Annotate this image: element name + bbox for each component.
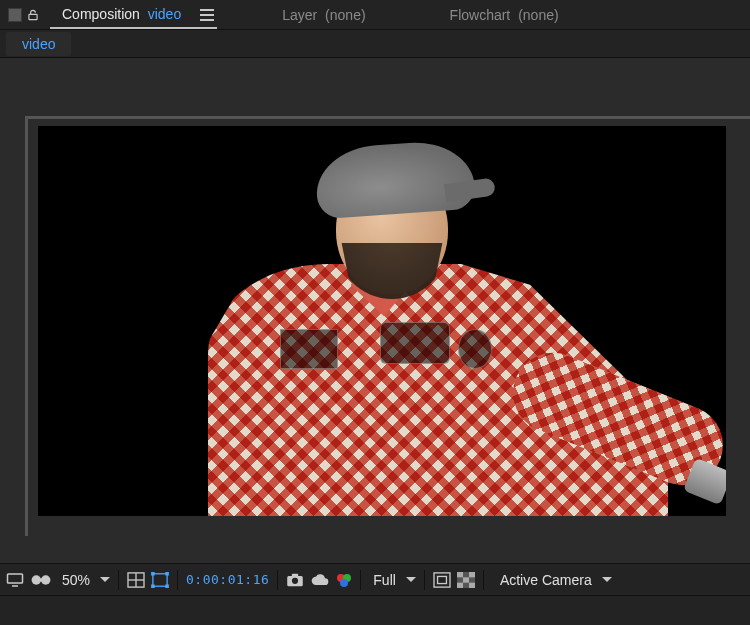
svg-point-22 <box>340 579 348 587</box>
tab-flowchart-suffix: (none) <box>518 7 558 23</box>
svg-rect-4 <box>8 574 23 583</box>
cloud-icon[interactable] <box>310 573 330 587</box>
svg-rect-14 <box>165 572 169 576</box>
comp-bounds-tick <box>695 116 750 119</box>
separator <box>483 570 484 590</box>
svg-rect-16 <box>165 584 169 588</box>
video-preview-content <box>208 134 668 516</box>
region-of-interest-icon[interactable] <box>433 572 451 588</box>
resolution-dropdown[interactable]: Full <box>373 572 416 588</box>
svg-rect-26 <box>457 572 463 577</box>
panel-color-swatch <box>8 8 22 22</box>
svg-rect-24 <box>437 576 446 583</box>
tab-layer[interactable]: Layer (none) <box>270 1 377 29</box>
mask-bounds-icon[interactable] <box>151 572 169 588</box>
comp-subtab[interactable]: video <box>6 32 71 56</box>
svg-rect-15 <box>151 584 155 588</box>
tab-composition-label: Composition <box>62 6 140 22</box>
color-swatches-icon[interactable] <box>336 572 352 588</box>
current-time[interactable]: 0:00:01:16 <box>186 572 269 587</box>
chevron-down-icon <box>602 576 612 584</box>
svg-rect-23 <box>434 572 450 586</box>
camera-dropdown[interactable]: Active Camera <box>496 572 612 588</box>
separator <box>118 570 119 590</box>
tab-flowchart[interactable]: Flowchart (none) <box>438 1 571 29</box>
tab-composition[interactable]: Composition video <box>50 0 193 29</box>
composition-viewer[interactable] <box>0 58 750 563</box>
tab-layer-label: Layer <box>282 7 317 23</box>
svg-point-19 <box>292 577 298 583</box>
zoom-value: 50% <box>62 572 90 588</box>
tab-flowchart-label: Flowchart <box>450 7 511 23</box>
tab-composition-compname: video <box>148 6 181 22</box>
svg-rect-12 <box>153 573 167 585</box>
monitor-icon[interactable] <box>6 572 24 588</box>
svg-rect-27 <box>469 572 475 577</box>
separator <box>177 570 178 590</box>
transparency-grid-icon[interactable] <box>457 572 475 588</box>
camera-icon[interactable] <box>286 573 304 587</box>
svg-rect-0 <box>29 14 37 19</box>
separator <box>277 570 278 590</box>
comp-subtab-label: video <box>22 36 55 52</box>
lock-open-icon[interactable] <box>26 8 40 22</box>
comp-subtab-row: video <box>0 30 750 58</box>
grid-icon[interactable] <box>127 572 145 588</box>
resolution-value: Full <box>373 572 396 588</box>
svg-rect-18 <box>292 573 298 576</box>
separator <box>360 570 361 590</box>
zoom-dropdown[interactable]: 50% <box>62 572 110 588</box>
chevron-down-icon <box>100 576 110 584</box>
comp-bounds-left <box>25 116 28 536</box>
svg-rect-8 <box>39 578 42 581</box>
comp-bounds-top <box>25 116 725 119</box>
svg-rect-28 <box>463 577 469 582</box>
lower-panel-strip <box>0 595 750 625</box>
tab-layer-suffix: (none) <box>325 7 365 23</box>
camera-value: Active Camera <box>500 572 592 588</box>
panel-tab-strip: Composition video Layer (none) Flowchart… <box>0 0 750 30</box>
svg-rect-30 <box>469 582 475 587</box>
svg-rect-29 <box>457 582 463 587</box>
chevron-down-icon <box>406 576 416 584</box>
panel-menu-icon[interactable] <box>199 8 215 22</box>
separator <box>424 570 425 590</box>
goggles-icon[interactable] <box>30 573 52 587</box>
composition-canvas[interactable] <box>38 126 726 516</box>
svg-rect-13 <box>151 572 155 576</box>
viewer-control-bar: 50% 0:00:01:16 <box>0 563 750 595</box>
